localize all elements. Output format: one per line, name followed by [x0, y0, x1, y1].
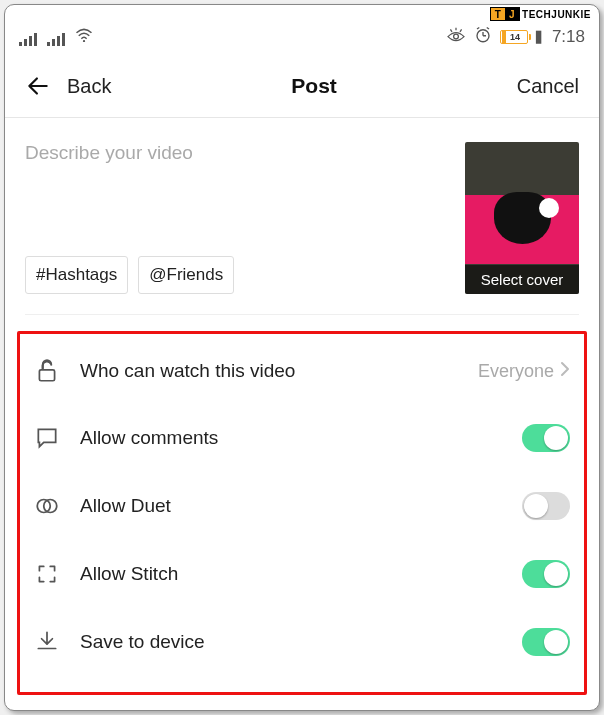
- lock-open-icon: [34, 358, 60, 384]
- page-title: Post: [291, 74, 337, 98]
- chevron-right-icon: [560, 361, 570, 381]
- duet-label: Allow Duet: [80, 495, 522, 517]
- svg-line-3: [460, 29, 462, 31]
- save-row: Save to device: [20, 608, 584, 676]
- friends-chip[interactable]: @Friends: [138, 256, 234, 294]
- select-cover-label: Select cover: [465, 265, 579, 294]
- comment-icon: [34, 425, 60, 451]
- alarm-icon: [474, 26, 492, 49]
- nav-bar: Back Post Cancel: [5, 55, 599, 117]
- back-arrow-icon: [25, 73, 51, 99]
- duet-toggle[interactable]: [522, 492, 570, 520]
- svg-line-2: [450, 29, 452, 31]
- cancel-button[interactable]: Cancel: [517, 75, 579, 98]
- hashtags-chip[interactable]: #Hashtags: [25, 256, 128, 294]
- privacy-row[interactable]: Who can watch this video Everyone: [20, 338, 584, 404]
- stitch-icon: [34, 561, 60, 587]
- svg-line-9: [487, 27, 489, 29]
- thumbnail-content: [494, 192, 551, 244]
- download-icon: [34, 629, 60, 655]
- clock-text: 7:18: [552, 27, 585, 47]
- back-label: Back: [67, 75, 111, 98]
- divider: [25, 314, 579, 315]
- back-button[interactable]: Back: [25, 73, 111, 99]
- svg-point-1: [454, 34, 459, 39]
- stitch-label: Allow Stitch: [80, 563, 522, 585]
- stitch-row: Allow Stitch: [20, 540, 584, 608]
- watermark: TJ TECHJUNKIE: [490, 7, 591, 21]
- privacy-label: Who can watch this video: [80, 360, 478, 382]
- comments-label: Allow comments: [80, 427, 522, 449]
- eye-icon: [446, 27, 466, 48]
- duet-icon: [34, 493, 60, 519]
- comments-row: Allow comments: [20, 404, 584, 472]
- comments-toggle[interactable]: [522, 424, 570, 452]
- settings-highlight-box: Who can watch this video Everyone Allow …: [17, 331, 587, 695]
- battery-charge-icon: ▋: [536, 31, 544, 44]
- svg-point-0: [83, 40, 85, 42]
- battery-icon: 14: [500, 30, 528, 44]
- app-frame: TJ TECHJUNKIE 14 ▋ 7:18: [4, 4, 600, 711]
- description-input[interactable]: Describe your video: [25, 142, 451, 164]
- compose-area: Describe your video #Hashtags @Friends S…: [5, 118, 599, 308]
- video-thumbnail[interactable]: Select cover: [465, 142, 579, 294]
- save-label: Save to device: [80, 631, 522, 653]
- status-bar: 14 ▋ 7:18: [5, 19, 599, 55]
- stitch-toggle[interactable]: [522, 560, 570, 588]
- signal-2-icon: [47, 32, 65, 46]
- svg-line-8: [477, 27, 479, 29]
- save-toggle[interactable]: [522, 628, 570, 656]
- duet-row: Allow Duet: [20, 472, 584, 540]
- wifi-icon: [75, 28, 93, 46]
- signal-1-icon: [19, 32, 37, 46]
- privacy-value: Everyone: [478, 361, 554, 382]
- svg-rect-10: [39, 370, 54, 381]
